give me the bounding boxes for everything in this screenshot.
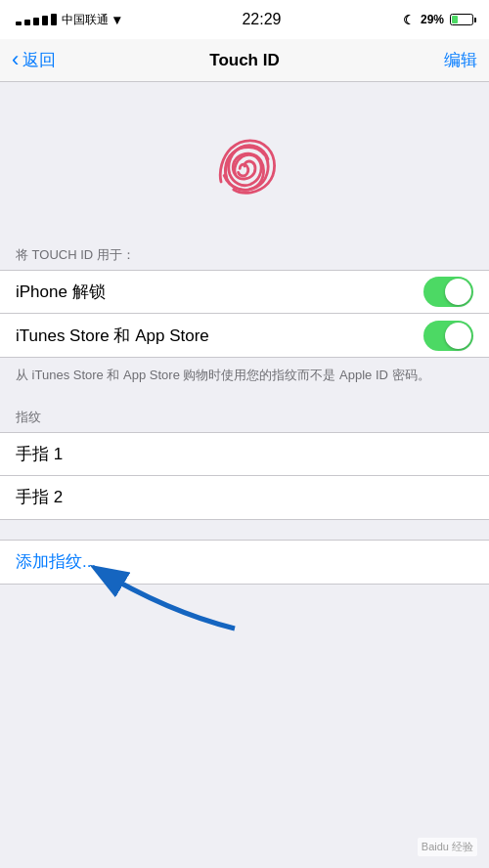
description-text: 从 iTunes Store 和 App Store 购物时使用您的指纹而不是 … <box>0 358 489 395</box>
status-right: ☾ 29% <box>403 13 473 27</box>
signal-bar-2 <box>24 20 30 25</box>
iphone-unlock-toggle[interactable] <box>423 277 473 307</box>
battery-icon <box>450 14 473 25</box>
wifi-icon: ▾ <box>113 12 120 27</box>
navigation-bar: ‹ 返回 Touch ID 编辑 <box>0 39 489 82</box>
battery-percent: 29% <box>421 13 444 26</box>
fingerprint-icon <box>205 131 284 209</box>
fingerprint-list: 手指 1 手指 2 <box>0 432 489 520</box>
finger-2-label: 手指 2 <box>16 486 63 508</box>
finger-1-label: 手指 1 <box>16 443 63 465</box>
signal-bar-5 <box>51 14 57 25</box>
back-button[interactable]: ‹ 返回 <box>12 49 56 71</box>
appstore-item: iTunes Store 和 App Store <box>0 314 489 357</box>
signal-bars <box>16 14 57 25</box>
add-fingerprint-label[interactable]: 添加指纹... <box>16 550 96 573</box>
main-content: 将 TOUCH ID 用于： iPhone 解锁 iTunes Store 和 … <box>0 82 489 585</box>
fingerprint-icon-area <box>0 102 489 239</box>
iphone-unlock-label: iPhone 解锁 <box>16 281 106 303</box>
add-fingerprint-container: 添加指纹... <box>0 540 489 585</box>
appstore-toggle[interactable] <box>423 321 473 351</box>
back-label: 返回 <box>22 49 56 71</box>
status-time: 22:29 <box>242 11 281 28</box>
iphone-unlock-toggle-knob <box>445 279 471 305</box>
page-title: Touch ID <box>209 51 279 70</box>
status-bar: 中国联通 ▾ 22:29 ☾ 29% <box>0 0 489 39</box>
moon-icon: ☾ <box>403 13 415 27</box>
fingerprint-section-label: 指纹 <box>0 395 489 432</box>
status-left: 中国联通 ▾ <box>16 12 120 28</box>
signal-bar-4 <box>42 16 48 25</box>
back-chevron-icon: ‹ <box>12 49 19 70</box>
toggle-list: iPhone 解锁 iTunes Store 和 App Store <box>0 270 489 358</box>
appstore-label: iTunes Store 和 App Store <box>16 325 209 347</box>
add-fingerprint-list: 添加指纹... <box>0 540 489 585</box>
signal-bar-3 <box>33 18 39 25</box>
finger-1-item[interactable]: 手指 1 <box>0 433 489 476</box>
carrier-label: 中国联通 <box>62 12 109 28</box>
finger-2-item[interactable]: 手指 2 <box>0 476 489 519</box>
add-fingerprint-item[interactable]: 添加指纹... <box>0 541 489 584</box>
appstore-toggle-knob <box>445 323 471 349</box>
watermark: Baidu 经验 <box>418 838 477 856</box>
edit-button[interactable]: 编辑 <box>444 49 477 71</box>
iphone-unlock-item: iPhone 解锁 <box>0 271 489 314</box>
touch-id-use-label: 将 TOUCH ID 用于： <box>0 239 489 270</box>
battery-fill <box>452 16 458 23</box>
signal-bar-1 <box>16 22 22 25</box>
